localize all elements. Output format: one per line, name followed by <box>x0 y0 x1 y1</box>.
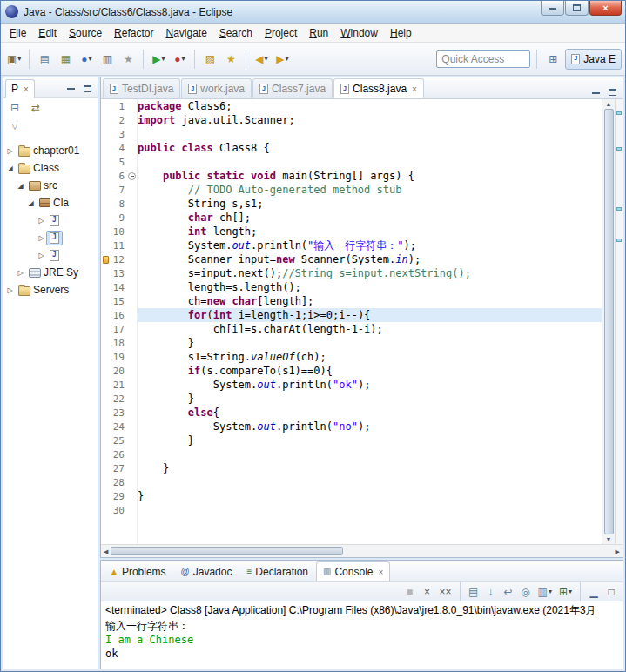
overview-ruler[interactable] <box>615 99 623 544</box>
gutter-row[interactable]: 2 <box>101 113 137 127</box>
quick-access-input[interactable] <box>436 50 530 68</box>
link-editor-button[interactable]: ⇄ <box>26 100 45 116</box>
gutter-row[interactable]: 12 <box>101 252 137 266</box>
code-line[interactable]: } <box>138 392 602 406</box>
close-tab-icon[interactable]: × <box>378 568 383 577</box>
editor-tab-class8-java[interactable]: JClass8.java× <box>333 78 424 98</box>
package-explorer-tab[interactable]: P × <box>5 79 35 98</box>
remove-all-launches-button[interactable]: ×× <box>437 584 454 600</box>
gutter-row[interactable]: 11 <box>101 239 137 252</box>
collapse-twisty-icon[interactable]: ◢ <box>5 165 15 172</box>
close-tab-icon[interactable]: × <box>412 84 417 94</box>
expand-twisty-icon[interactable]: ▷ <box>37 234 46 242</box>
code-line[interactable]: ch=new char[length]; <box>138 294 602 308</box>
gutter-row[interactable]: 20 <box>101 364 137 378</box>
gutter-row[interactable]: 18 <box>101 336 137 350</box>
gutter-row[interactable]: 26 <box>101 447 137 461</box>
code-line[interactable] <box>138 447 602 461</box>
collapse-all-button[interactable]: ⊟ <box>5 100 24 116</box>
expand-twisty-icon[interactable]: ▷ <box>16 269 25 277</box>
open-perspective-button[interactable]: ⊞ <box>543 49 562 70</box>
pin-console-button[interactable]: ◎ <box>518 584 534 600</box>
tree-item-src[interactable]: ◢src <box>3 177 98 194</box>
scroll-left-icon[interactable]: ◀ <box>104 548 108 554</box>
code-line[interactable]: public class Class8 { <box>138 141 602 155</box>
minimize-editor-button[interactable] <box>589 86 602 98</box>
code-line[interactable]: length=s.length(); <box>138 280 602 294</box>
code-line[interactable]: } <box>138 489 602 503</box>
code-line[interactable]: ch[i]=s.charAt(length-1-i); <box>138 322 602 336</box>
tree-item-java-file[interactable]: ▷J <box>3 246 98 264</box>
forward-button[interactable]: ▶▾ <box>273 49 292 70</box>
scroll-lock-button[interactable]: ↓ <box>483 584 499 600</box>
editor-tab-testdi-java[interactable]: JTestDI.java <box>103 78 180 98</box>
gutter-row[interactable]: 9 <box>101 211 137 225</box>
expand-twisty-icon[interactable]: ▷ <box>5 286 15 294</box>
code-line[interactable]: // TODO Auto-generated method stub <box>138 183 602 197</box>
occurrence-overview-mark[interactable] <box>616 239 622 242</box>
display-console-button[interactable]: ▥▾ <box>535 584 555 600</box>
back-button[interactable]: ◀▾ <box>252 49 271 70</box>
fold-collapse-icon[interactable] <box>128 172 136 180</box>
code-line[interactable] <box>138 127 602 141</box>
code-line[interactable]: } <box>138 336 602 350</box>
code-line[interactable]: String s,s1; <box>138 197 602 211</box>
expand-twisty-icon[interactable]: ▷ <box>5 147 15 155</box>
occurrence-overview-mark[interactable] <box>616 111 622 115</box>
view-tab-javadoc[interactable]: @Javadoc <box>174 561 239 581</box>
gutter-row[interactable]: 27 <box>101 461 137 475</box>
java-ee-perspective-button[interactable]: J Java E <box>565 49 622 70</box>
gutter-row[interactable]: 22 <box>101 392 137 406</box>
scroll-up-icon[interactable]: ▲ <box>606 101 612 107</box>
editor-tab-class7-java[interactable]: JClass7.java <box>252 78 333 98</box>
occurrence-overview-mark[interactable] <box>616 207 622 211</box>
new-java-project-button[interactable]: ▨ <box>200 49 219 70</box>
view-menu-button[interactable]: ▽ <box>5 116 24 137</box>
gutter-row[interactable]: 14 <box>101 280 137 294</box>
word-wrap-button[interactable]: ↩ <box>501 584 516 600</box>
console-view-button[interactable]: ▥ <box>98 49 117 70</box>
collapse-twisty-icon[interactable]: ◢ <box>16 182 25 190</box>
minimize-window-button[interactable] <box>541 1 564 16</box>
code-line[interactable]: char ch[]; <box>138 211 602 225</box>
code-line[interactable]: public static void main(String[] args) { <box>138 169 602 183</box>
view-tab-declaration[interactable]: ≡Declaration <box>239 561 315 581</box>
table-wizard-button[interactable]: ▦ <box>56 49 75 70</box>
vertical-scrollbar[interactable]: ▲ ▼ <box>602 99 615 544</box>
vertical-scroll-thumb[interactable] <box>604 109 614 534</box>
gutter-row[interactable]: 30 <box>101 503 137 517</box>
menu-help[interactable]: Help <box>384 24 418 42</box>
gutter-row[interactable]: 7 <box>101 183 137 197</box>
gutter-row[interactable]: 28 <box>101 475 137 489</box>
horizontal-scroll-thumb[interactable] <box>111 547 343 555</box>
code-line[interactable]: Scanner input=new Scanner(System.in); <box>138 252 602 266</box>
code-line[interactable]: int length; <box>138 225 602 239</box>
view-tab-problems[interactable]: ▲Problems <box>103 561 173 581</box>
gutter-row[interactable]: 15 <box>101 294 137 308</box>
gutter-row[interactable]: 29 <box>101 489 137 503</box>
code-editor[interactable]: 1234567891011121314151617181920212223242… <box>101 99 623 544</box>
code-line[interactable] <box>138 155 602 169</box>
tree-item-java-file[interactable]: ▷J <box>3 212 98 229</box>
coverage-button[interactable]: ●▾ <box>170 49 189 70</box>
code-line[interactable]: s1=String.valueOf(ch); <box>138 350 602 364</box>
gutter-row[interactable]: 21 <box>101 378 137 392</box>
menu-run[interactable]: Run <box>303 24 334 42</box>
code-lines[interactable]: package Class6;import java.util.Scanner;… <box>138 99 602 544</box>
gutter-row[interactable]: 4 <box>101 141 137 155</box>
tree-item-chapter01[interactable]: ▷chapter01 <box>3 142 98 159</box>
remove-launch-button[interactable]: × <box>420 584 435 600</box>
tree-item-jre-sy[interactable]: ▷JRE Sy <box>3 264 98 281</box>
view-tab-console[interactable]: ▥Console× <box>316 561 390 581</box>
gutter-row[interactable]: 6 <box>101 169 137 183</box>
menu-navigate[interactable]: Navigate <box>159 24 212 42</box>
menu-source[interactable]: Source <box>63 24 108 42</box>
run-button[interactable]: ▶▾ <box>149 49 168 70</box>
gutter-row[interactable]: 25 <box>101 433 137 447</box>
gutter-row[interactable]: 24 <box>101 420 137 433</box>
expand-twisty-icon[interactable]: ▷ <box>37 252 46 259</box>
code-line[interactable]: System.out.println("输入一行字符串："); <box>138 239 602 252</box>
close-view-icon[interactable]: × <box>24 84 29 94</box>
clear-console-button[interactable]: ▤ <box>466 584 481 600</box>
maximize-view-button[interactable] <box>80 83 94 95</box>
